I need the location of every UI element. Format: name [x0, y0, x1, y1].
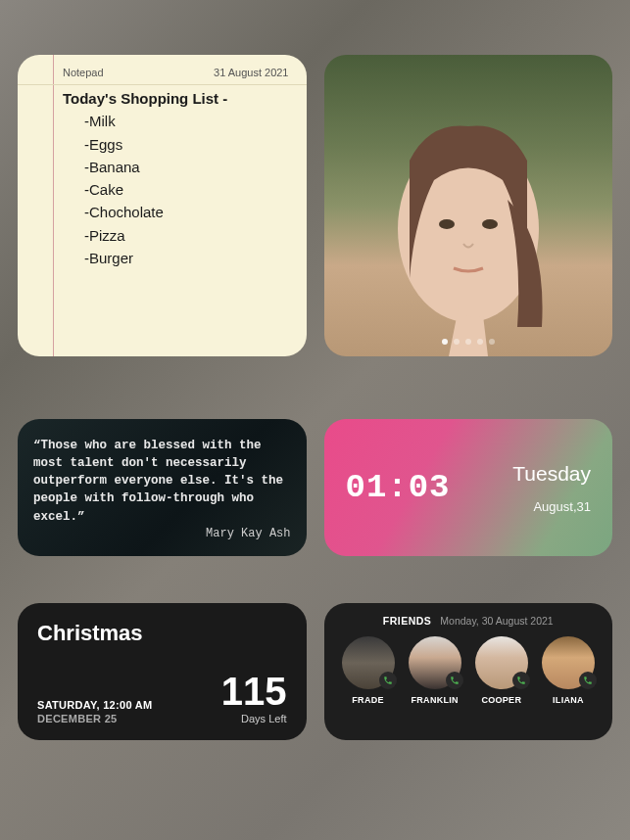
friends-list: FRADEFRANKLINCOOPERILIANA — [338, 636, 600, 705]
phone-icon[interactable] — [379, 672, 397, 689]
notepad-widget[interactable]: Notepad 31 August 2021 Today's Shopping … — [18, 55, 307, 356]
friend-item[interactable]: FRANKLIN — [409, 636, 461, 705]
person-photo — [370, 102, 566, 356]
notepad-item: -Pizza — [84, 224, 289, 247]
notepad-item: -Banana — [84, 156, 289, 178]
notepad-item: -Burger — [84, 247, 289, 269]
friends-title: FRIENDS — [383, 615, 432, 627]
notepad-item: -Chocholate — [84, 201, 289, 223]
svg-point-2 — [482, 219, 498, 229]
notepad-items: -Milk-Eggs-Banana-Cake-Chocholate-Pizza-… — [63, 110, 289, 269]
clock-date: August,31 — [512, 499, 591, 514]
notepad-item: -Cake — [84, 178, 289, 201]
clock-widget[interactable]: 01:03 Tuesday August,31 — [324, 419, 613, 556]
quote-text: “Those who are blessed with the most tal… — [33, 437, 291, 526]
friend-item[interactable]: ILIANA — [542, 636, 595, 705]
friend-name: ILIANA — [553, 695, 584, 705]
phone-icon[interactable] — [512, 672, 530, 689]
countdown-day-time: SATURDAY, 12:00 AM — [37, 699, 152, 711]
countdown-event: Christmas — [37, 621, 287, 646]
friend-item[interactable]: COOPER — [475, 636, 528, 705]
page-dot[interactable] — [477, 339, 483, 345]
friend-name: FRADE — [352, 695, 384, 705]
avatar — [342, 636, 395, 689]
friend-name: FRANKLIN — [411, 695, 458, 705]
phone-icon[interactable] — [446, 672, 463, 689]
friend-name: COOPER — [481, 695, 521, 705]
avatar — [475, 636, 528, 689]
friend-item[interactable]: FRADE — [342, 636, 395, 705]
notepad-item: -Milk — [84, 110, 289, 132]
page-dot[interactable] — [442, 339, 448, 345]
page-dot[interactable] — [454, 339, 460, 345]
quote-author: Mary Kay Ash — [33, 526, 291, 542]
avatar — [409, 636, 461, 689]
clock-day: Tuesday — [512, 462, 591, 486]
friends-date: Monday, 30 August 2021 — [440, 615, 553, 627]
page-dot[interactable] — [489, 339, 495, 345]
clock-time: 01:03 — [346, 469, 451, 506]
photo-widget[interactable] — [324, 55, 613, 356]
avatar — [542, 636, 595, 689]
friends-widget[interactable]: FRIENDS Monday, 30 August 2021 FRADEFRAN… — [324, 603, 613, 740]
phone-icon[interactable] — [579, 672, 597, 689]
countdown-widget[interactable]: Christmas SATURDAY, 12:00 AM DECEMBER 25… — [18, 603, 307, 740]
svg-point-1 — [439, 219, 455, 229]
countdown-date: DECEMBER 25 — [37, 713, 152, 724]
notepad-date: 31 August 2021 — [214, 67, 288, 78]
countdown-days-label: Days Left — [221, 713, 287, 724]
countdown-days: 115 — [221, 672, 287, 711]
notepad-item: -Eggs — [84, 133, 289, 156]
notepad-title: Today's Shopping List - — [63, 87, 289, 110]
quote-widget[interactable]: “Those who are blessed with the most tal… — [18, 419, 307, 556]
page-dot[interactable] — [465, 339, 471, 345]
notepad-app-label: Notepad — [63, 67, 104, 78]
photo-page-dots[interactable] — [442, 339, 495, 345]
